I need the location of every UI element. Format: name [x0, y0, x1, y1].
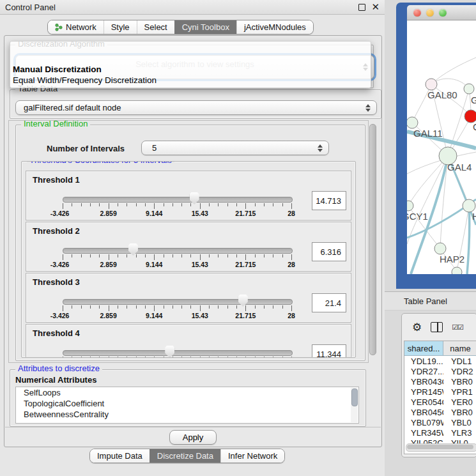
- table-panel-titlebar: Table Panel: [385, 291, 476, 311]
- tab-cyni-toolbox[interactable]: Cyni Toolbox: [174, 20, 236, 34]
- tab-discretize-data[interactable]: Discretize Data: [150, 449, 220, 463]
- tick-label: 28: [288, 312, 295, 319]
- cell-name: YBR0: [443, 408, 476, 417]
- node-attribute-table: shared... name YDL19...YDL1YDR27...YDR2Y…: [404, 341, 476, 454]
- slider-ticks: [63, 203, 291, 210]
- popup-item-equal-width-frequency[interactable]: Equal Width/Frequency Discretization: [13, 75, 157, 85]
- thresholds-panels: Threshold 1-3.4262.8599.14415.4321.71528…: [22, 162, 355, 358]
- network-node-label: GCY1: [407, 211, 428, 222]
- slider-track[interactable]: [63, 248, 293, 254]
- threshold-value-field[interactable]: 21.4: [312, 293, 346, 312]
- mac-zoom-light[interactable]: [439, 9, 447, 17]
- attributes-scrollbar-thumb[interactable]: [351, 388, 358, 406]
- tab-label: Select: [144, 22, 167, 32]
- slider-track[interactable]: [63, 350, 293, 356]
- settings-gear-icon[interactable]: ⚙: [412, 322, 422, 333]
- network-node-hap2[interactable]: [434, 243, 446, 254]
- table-data-combobox-value: galFiltered.sif default node: [16, 103, 121, 112]
- list-item[interactable]: BetweennessCentrality: [16, 409, 358, 420]
- tab-jactivemnodules[interactable]: jActiveMNodules: [236, 20, 313, 34]
- apply-row: Apply: [5, 427, 381, 447]
- number-of-intervals-combobox[interactable]: 5: [141, 141, 329, 155]
- threshold-panel-3: Threshold 3-3.4262.8599.14415.4321.71528…: [26, 273, 351, 323]
- popup-item-manual-discretization[interactable]: Manual Discretization: [13, 65, 102, 74]
- column-header-name[interactable]: name: [443, 341, 476, 355]
- cell-shared-name: YDR27...: [404, 367, 443, 376]
- tick-label: 9.144: [146, 261, 162, 268]
- window-title: Control Panel: [5, 3, 56, 12]
- network-node-gal80[interactable]: [426, 79, 437, 90]
- tick-label: 15.43: [192, 312, 208, 319]
- network-node-c[interactable]: [464, 110, 476, 123]
- threshold-slider: -3.4262.8599.14415.4321.71528: [63, 171, 291, 220]
- list-item[interactable]: TopologicalCoefficient: [16, 398, 358, 409]
- table-data-combobox[interactable]: galFiltered.sif default node: [15, 100, 377, 115]
- column-header-shared-name[interactable]: shared...: [404, 341, 443, 355]
- network-canvas-area[interactable]: GAL80GACGAL11GAL4GCY1HHAP2: [407, 20, 476, 274]
- table-row[interactable]: YBR043CYBR0: [404, 376, 476, 387]
- mac-close-light[interactable]: [413, 9, 421, 17]
- cell-shared-name: YER054C: [404, 397, 443, 407]
- table-row[interactable]: YBL079WYBL0: [404, 417, 476, 427]
- cell-name: YBL0: [443, 418, 476, 427]
- split-columns-icon[interactable]: [431, 322, 443, 332]
- float-window-icon[interactable]: [358, 4, 365, 11]
- tab-label: Style: [111, 22, 130, 32]
- cell-shared-name: YBR045C: [404, 408, 443, 417]
- cell-shared-name: YDL19...: [404, 357, 443, 366]
- list-item[interactable]: SelfLoops: [16, 387, 358, 398]
- cell-name: YBR0: [443, 377, 476, 387]
- cell-shared-name: YLR345W: [404, 428, 443, 438]
- network-node[interactable]: [452, 267, 462, 274]
- network-node-label: GA: [471, 95, 476, 105]
- network-node-gal11[interactable]: [407, 117, 418, 128]
- slider-track[interactable]: [63, 197, 293, 203]
- mac-minimize-light[interactable]: [426, 9, 434, 17]
- table-row[interactable]: YLR345WYLR3: [404, 427, 476, 438]
- network-node-h[interactable]: [463, 199, 475, 212]
- tick-label: 15.43: [192, 261, 208, 268]
- combo-stepper-icon: [318, 144, 323, 152]
- tick-label: 15.43: [192, 210, 208, 217]
- tab-network[interactable]: Network: [48, 20, 104, 34]
- control-panel-window: Control Panel ✕ NetworkStyleSelectCyni T…: [0, 0, 385, 476]
- tab-impute-data[interactable]: Impute Data: [90, 449, 150, 463]
- table-row[interactable]: YBR045CYBR0: [404, 407, 476, 417]
- slider-track[interactable]: [63, 299, 293, 305]
- network-node-ga[interactable]: [464, 84, 474, 94]
- threshold-value-field[interactable]: 11.344: [312, 344, 346, 358]
- slider-tick-labels: -3.4262.8599.14415.4321.71528: [63, 261, 291, 268]
- tab-label: Infer Network: [228, 451, 277, 461]
- settings-scroll-viewport: Interval Definition Number of Intervals …: [8, 120, 369, 363]
- threshold-panel-4: Threshold 4-3.4262.8599.14415.4321.71528…: [26, 324, 351, 358]
- table-hscrollbar: [406, 443, 476, 452]
- table-hscrollbar-thumb[interactable]: [407, 445, 473, 449]
- network-node-gcy1[interactable]: [407, 201, 413, 211]
- table-row[interactable]: YER054CYER0: [404, 397, 476, 407]
- network-node-label: HAP2: [440, 254, 464, 265]
- settings-scrollbar-thumb[interactable]: [369, 124, 376, 355]
- table-row[interactable]: YDL19...YDL1: [404, 356, 476, 366]
- threshold-slider: -3.4262.8599.14415.4321.71528: [63, 222, 291, 271]
- slider-ticks: [63, 254, 291, 261]
- threshold-slider: -3.4262.8599.14415.4321.71528: [63, 325, 291, 358]
- table-panel-toolbar: ⚙ ☑☑: [402, 319, 476, 335]
- tab-select[interactable]: Select: [137, 20, 174, 34]
- apply-button[interactable]: Apply: [169, 430, 217, 445]
- bottom-tab-bar: Impute DataDiscretize DataInfer Network: [89, 449, 285, 463]
- tick-label: 21.715: [235, 261, 256, 268]
- interval-definition-group: Interval Definition Number of Intervals …: [15, 125, 365, 361]
- threshold-value-field[interactable]: 14.713: [312, 191, 346, 210]
- tick-label: 9.144: [146, 312, 162, 319]
- table-row[interactable]: YPR145WYPR1: [404, 387, 476, 397]
- thresholds-group-title: Threshold's Coordinates for 5 Intervals: [27, 161, 174, 165]
- tab-infer-network[interactable]: Infer Network: [220, 449, 284, 463]
- cell-shared-name: YBL079W: [404, 418, 443, 427]
- numerical-attributes-list[interactable]: SelfLoopsTopologicalCoefficientBetweenne…: [15, 387, 359, 424]
- threshold-value-field[interactable]: 6.316: [312, 242, 346, 261]
- tab-style[interactable]: Style: [104, 20, 137, 34]
- table-row[interactable]: YDR27...YDR2: [404, 366, 476, 376]
- select-columns-icon[interactable]: ☑☑: [452, 323, 463, 332]
- close-icon[interactable]: ✕: [371, 3, 380, 12]
- tick-label: 21.715: [235, 312, 256, 319]
